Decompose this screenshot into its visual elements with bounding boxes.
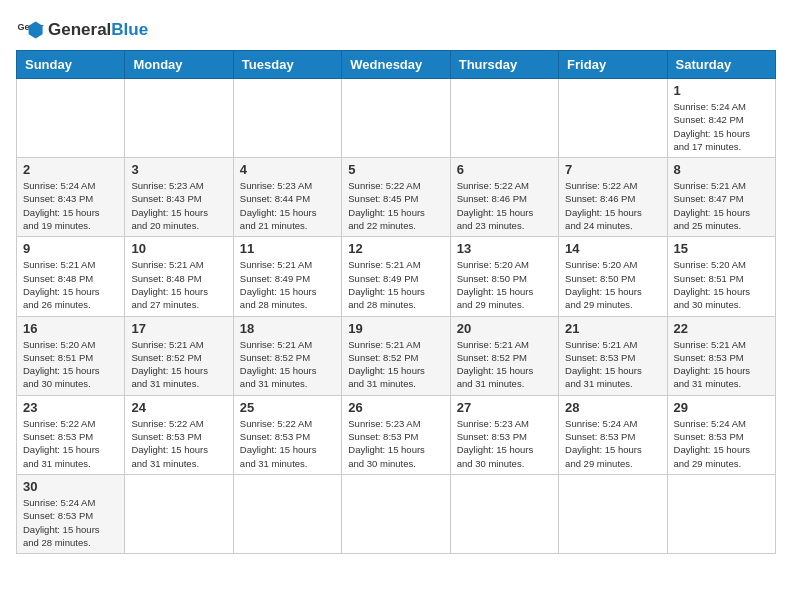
calendar-cell: 17Sunrise: 5:21 AM Sunset: 8:52 PM Dayli…	[125, 316, 233, 395]
calendar-cell	[17, 79, 125, 158]
day-number: 12	[348, 241, 443, 256]
day-info: Sunrise: 5:24 AM Sunset: 8:53 PM Dayligh…	[23, 496, 118, 549]
calendar-cell: 7Sunrise: 5:22 AM Sunset: 8:46 PM Daylig…	[559, 158, 667, 237]
day-number: 27	[457, 400, 552, 415]
calendar-cell: 10Sunrise: 5:21 AM Sunset: 8:48 PM Dayli…	[125, 237, 233, 316]
day-number: 19	[348, 321, 443, 336]
calendar-cell: 30Sunrise: 5:24 AM Sunset: 8:53 PM Dayli…	[17, 474, 125, 553]
day-number: 15	[674, 241, 769, 256]
calendar-cell	[667, 474, 775, 553]
calendar-cell: 25Sunrise: 5:22 AM Sunset: 8:53 PM Dayli…	[233, 395, 341, 474]
calendar-week-row: 16Sunrise: 5:20 AM Sunset: 8:51 PM Dayli…	[17, 316, 776, 395]
day-info: Sunrise: 5:21 AM Sunset: 8:52 PM Dayligh…	[457, 338, 552, 391]
calendar-cell: 24Sunrise: 5:22 AM Sunset: 8:53 PM Dayli…	[125, 395, 233, 474]
calendar-cell	[450, 474, 558, 553]
calendar-cell: 11Sunrise: 5:21 AM Sunset: 8:49 PM Dayli…	[233, 237, 341, 316]
calendar-cell	[233, 474, 341, 553]
day-number: 2	[23, 162, 118, 177]
day-info: Sunrise: 5:20 AM Sunset: 8:51 PM Dayligh…	[674, 258, 769, 311]
calendar-cell: 29Sunrise: 5:24 AM Sunset: 8:53 PM Dayli…	[667, 395, 775, 474]
day-number: 7	[565, 162, 660, 177]
day-info: Sunrise: 5:21 AM Sunset: 8:48 PM Dayligh…	[23, 258, 118, 311]
calendar-cell	[559, 474, 667, 553]
day-number: 30	[23, 479, 118, 494]
day-number: 14	[565, 241, 660, 256]
calendar-cell: 26Sunrise: 5:23 AM Sunset: 8:53 PM Dayli…	[342, 395, 450, 474]
day-number: 6	[457, 162, 552, 177]
calendar-cell: 1Sunrise: 5:24 AM Sunset: 8:42 PM Daylig…	[667, 79, 775, 158]
calendar-cell: 22Sunrise: 5:21 AM Sunset: 8:53 PM Dayli…	[667, 316, 775, 395]
day-info: Sunrise: 5:24 AM Sunset: 8:43 PM Dayligh…	[23, 179, 118, 232]
calendar-cell: 13Sunrise: 5:20 AM Sunset: 8:50 PM Dayli…	[450, 237, 558, 316]
day-number: 4	[240, 162, 335, 177]
day-number: 23	[23, 400, 118, 415]
calendar-week-row: 9Sunrise: 5:21 AM Sunset: 8:48 PM Daylig…	[17, 237, 776, 316]
calendar-week-row: 30Sunrise: 5:24 AM Sunset: 8:53 PM Dayli…	[17, 474, 776, 553]
day-number: 16	[23, 321, 118, 336]
calendar-cell: 6Sunrise: 5:22 AM Sunset: 8:46 PM Daylig…	[450, 158, 558, 237]
weekday-header-tuesday: Tuesday	[233, 51, 341, 79]
calendar-cell: 27Sunrise: 5:23 AM Sunset: 8:53 PM Dayli…	[450, 395, 558, 474]
day-number: 18	[240, 321, 335, 336]
day-info: Sunrise: 5:23 AM Sunset: 8:44 PM Dayligh…	[240, 179, 335, 232]
day-info: Sunrise: 5:21 AM Sunset: 8:49 PM Dayligh…	[240, 258, 335, 311]
day-info: Sunrise: 5:20 AM Sunset: 8:50 PM Dayligh…	[565, 258, 660, 311]
day-number: 1	[674, 83, 769, 98]
day-info: Sunrise: 5:22 AM Sunset: 8:53 PM Dayligh…	[131, 417, 226, 470]
weekday-header-wednesday: Wednesday	[342, 51, 450, 79]
calendar-table: SundayMondayTuesdayWednesdayThursdayFrid…	[16, 50, 776, 554]
day-number: 20	[457, 321, 552, 336]
day-number: 26	[348, 400, 443, 415]
weekday-header-monday: Monday	[125, 51, 233, 79]
day-info: Sunrise: 5:22 AM Sunset: 8:45 PM Dayligh…	[348, 179, 443, 232]
calendar-cell: 16Sunrise: 5:20 AM Sunset: 8:51 PM Dayli…	[17, 316, 125, 395]
calendar-cell: 19Sunrise: 5:21 AM Sunset: 8:52 PM Dayli…	[342, 316, 450, 395]
day-info: Sunrise: 5:21 AM Sunset: 8:47 PM Dayligh…	[674, 179, 769, 232]
calendar-cell: 5Sunrise: 5:22 AM Sunset: 8:45 PM Daylig…	[342, 158, 450, 237]
day-info: Sunrise: 5:23 AM Sunset: 8:53 PM Dayligh…	[348, 417, 443, 470]
day-number: 13	[457, 241, 552, 256]
day-info: Sunrise: 5:21 AM Sunset: 8:52 PM Dayligh…	[348, 338, 443, 391]
calendar-cell: 9Sunrise: 5:21 AM Sunset: 8:48 PM Daylig…	[17, 237, 125, 316]
calendar-cell: 28Sunrise: 5:24 AM Sunset: 8:53 PM Dayli…	[559, 395, 667, 474]
calendar-cell	[559, 79, 667, 158]
day-info: Sunrise: 5:24 AM Sunset: 8:53 PM Dayligh…	[674, 417, 769, 470]
day-number: 10	[131, 241, 226, 256]
page-header: General GeneralBlue	[16, 16, 776, 44]
calendar-cell	[450, 79, 558, 158]
weekday-header-row: SundayMondayTuesdayWednesdayThursdayFrid…	[17, 51, 776, 79]
calendar-cell	[342, 474, 450, 553]
day-info: Sunrise: 5:21 AM Sunset: 8:53 PM Dayligh…	[565, 338, 660, 391]
day-number: 17	[131, 321, 226, 336]
weekday-header-saturday: Saturday	[667, 51, 775, 79]
day-number: 28	[565, 400, 660, 415]
calendar-cell: 18Sunrise: 5:21 AM Sunset: 8:52 PM Dayli…	[233, 316, 341, 395]
day-info: Sunrise: 5:21 AM Sunset: 8:49 PM Dayligh…	[348, 258, 443, 311]
day-number: 24	[131, 400, 226, 415]
calendar-cell	[233, 79, 341, 158]
calendar-cell	[125, 79, 233, 158]
calendar-cell: 23Sunrise: 5:22 AM Sunset: 8:53 PM Dayli…	[17, 395, 125, 474]
logo-text: GeneralBlue	[48, 21, 148, 40]
day-info: Sunrise: 5:22 AM Sunset: 8:46 PM Dayligh…	[565, 179, 660, 232]
calendar-cell: 2Sunrise: 5:24 AM Sunset: 8:43 PM Daylig…	[17, 158, 125, 237]
day-info: Sunrise: 5:22 AM Sunset: 8:46 PM Dayligh…	[457, 179, 552, 232]
day-number: 25	[240, 400, 335, 415]
day-number: 29	[674, 400, 769, 415]
day-info: Sunrise: 5:21 AM Sunset: 8:48 PM Dayligh…	[131, 258, 226, 311]
day-number: 11	[240, 241, 335, 256]
day-info: Sunrise: 5:23 AM Sunset: 8:43 PM Dayligh…	[131, 179, 226, 232]
calendar-week-row: 23Sunrise: 5:22 AM Sunset: 8:53 PM Dayli…	[17, 395, 776, 474]
weekday-header-sunday: Sunday	[17, 51, 125, 79]
day-info: Sunrise: 5:21 AM Sunset: 8:52 PM Dayligh…	[131, 338, 226, 391]
calendar-cell: 14Sunrise: 5:20 AM Sunset: 8:50 PM Dayli…	[559, 237, 667, 316]
calendar-cell: 20Sunrise: 5:21 AM Sunset: 8:52 PM Dayli…	[450, 316, 558, 395]
calendar-cell: 15Sunrise: 5:20 AM Sunset: 8:51 PM Dayli…	[667, 237, 775, 316]
calendar-cell	[342, 79, 450, 158]
day-number: 9	[23, 241, 118, 256]
day-info: Sunrise: 5:22 AM Sunset: 8:53 PM Dayligh…	[240, 417, 335, 470]
calendar-week-row: 1Sunrise: 5:24 AM Sunset: 8:42 PM Daylig…	[17, 79, 776, 158]
day-info: Sunrise: 5:20 AM Sunset: 8:51 PM Dayligh…	[23, 338, 118, 391]
day-info: Sunrise: 5:21 AM Sunset: 8:52 PM Dayligh…	[240, 338, 335, 391]
day-info: Sunrise: 5:24 AM Sunset: 8:53 PM Dayligh…	[565, 417, 660, 470]
